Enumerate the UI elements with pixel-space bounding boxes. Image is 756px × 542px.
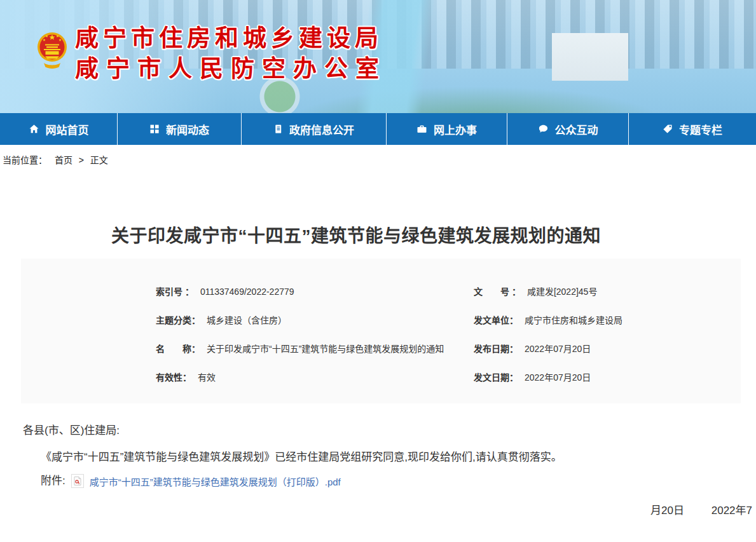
meta-row: 索引号 ： 011337469/2022-22779 文 号 ： 咸建发[202… [156, 285, 728, 298]
meta-value: 2022年07月20日 [525, 371, 591, 384]
nav-item-label: 新闻动态 [166, 121, 209, 137]
meta-label: 主题分类： [156, 314, 200, 327]
meta-row: 名 称： 关于印发咸宁市“十四五”建筑节能与绿色建筑发展规划的通知 发布日期： … [156, 342, 728, 355]
meta-label: 有效性： [156, 371, 191, 384]
tag-icon [663, 124, 673, 134]
nav-item-label: 政府信息公开 [289, 121, 354, 137]
meta-value: 有效 [198, 371, 216, 384]
meta-value: 咸宁市住房和城乡建设局 [525, 314, 622, 327]
meta-topic-category: 主题分类： 城乡建设（含住房） [156, 314, 474, 327]
site-title: 咸宁市住房和城乡建设局 咸宁市人民防空办公室 [75, 24, 387, 84]
nav-item-home[interactable]: 网站首页 [0, 113, 118, 145]
home-icon [29, 124, 39, 134]
meta-label: 文 号 ： [474, 285, 521, 298]
attachment-label: 附件: [41, 473, 65, 489]
breadcrumb-separator: > [79, 155, 84, 165]
date-line: 月20日 2022年7 [23, 501, 756, 517]
meta-issue-date: 发文日期： 2022年07月20日 [474, 371, 591, 384]
nav-item-label: 网站首页 [46, 121, 89, 137]
meta-value: 2022年07月20日 [525, 342, 591, 355]
nav-item-label: 网上办事 [434, 121, 477, 137]
briefcase-icon [416, 124, 427, 134]
attachment-link[interactable]: 咸宁市“十四五”建筑节能与绿色建筑发展规划（打印版）.pdf [90, 475, 341, 488]
breadcrumb-home-link[interactable]: 首页 [55, 155, 72, 165]
meta-publish-date: 发布日期： 2022年07月20日 [474, 342, 591, 355]
page-title: 关于印发咸宁市“十四五”建筑节能与绿色建筑发展规划的通知 [0, 224, 712, 248]
nav-item-special-topics[interactable]: 专题专栏 [629, 113, 756, 145]
breadcrumb: 当前位置： 首页 > 正文 [0, 145, 756, 172]
meta-label: 名 称： [156, 342, 200, 355]
nav-item-online-services[interactable]: 网上办事 [387, 113, 507, 145]
meta-issuing-unit: 发文单位： 咸宁市住房和城乡建设局 [474, 314, 622, 327]
meta-value: 011337469/2022-22779 [200, 285, 294, 298]
body-paragraph: 《咸宁市“十四五”建筑节能与绿色建筑发展规划》已经市住建局党组研究同意,现印发给… [41, 451, 756, 464]
org-title-line-2: 咸宁市人民防空办公室 [75, 55, 387, 84]
meta-value: 关于印发咸宁市“十四五”建筑节能与绿色建筑发展规划的通知 [207, 342, 444, 355]
date-part-2: 2022年7 [711, 505, 752, 517]
meta-doc-number: 文 号 ： 咸建发[2022]45号 [474, 285, 597, 298]
meta-label: 发文单位： [474, 314, 518, 327]
meta-label: 发文日期： [474, 371, 518, 384]
pdf-file-icon[interactable] [71, 474, 84, 488]
attachment-row: 附件: 咸宁市“十四五”建筑节能与绿色建筑发展规划（打印版）.pdf [41, 473, 756, 489]
nav-item-gov-info[interactable]: 政府信息公开 [242, 113, 387, 145]
document-body: 各县(市、区)住建局: 《咸宁市“十四五”建筑节能与绿色建筑发展规划》已经市住建… [23, 424, 756, 517]
date-part-1: 月20日 [650, 505, 684, 517]
page: 咸宁市住房和城乡建设局 咸宁市人民防空办公室 网站首页 新闻动态 政府信息公开 [0, 0, 756, 517]
article: 关于印发咸宁市“十四五”建筑节能与绿色建筑发展规划的通知 索引号 ： 01133… [0, 224, 756, 517]
nav-item-public-interaction[interactable]: 公众互动 [507, 113, 629, 145]
grid-icon [149, 124, 160, 134]
meta-index-number: 索引号 ： 011337469/2022-22779 [156, 285, 474, 298]
nav-item-label: 专题专栏 [679, 121, 722, 137]
org-title-line-1: 咸宁市住房和城乡建设局 [75, 24, 387, 53]
meta-validity: 有效性： 有效 [156, 371, 474, 384]
breadcrumb-current: 正文 [90, 155, 108, 165]
national-emblem-icon [37, 30, 67, 72]
salutation: 各县(市、区)住建局: [23, 424, 756, 438]
meta-value: 咸建发[2022]45号 [527, 285, 598, 298]
meta-label: 发布日期： [474, 342, 518, 355]
nav-item-label: 公众互动 [555, 121, 598, 137]
site-header: 咸宁市住房和城乡建设局 咸宁市人民防空办公室 [0, 0, 756, 113]
breadcrumb-label: 当前位置： [3, 155, 47, 165]
chat-icon [538, 124, 549, 134]
meta-label: 索引号 ： [156, 285, 194, 298]
meta-row: 有效性： 有效 发文日期： 2022年07月20日 [156, 371, 728, 384]
main-nav: 网站首页 新闻动态 政府信息公开 网上办事 公众互动 [0, 113, 756, 145]
meta-value: 城乡建设（含住房） [207, 314, 287, 327]
document-icon [273, 124, 283, 134]
meta-doc-name: 名 称： 关于印发咸宁市“十四五”建筑节能与绿色建筑发展规划的通知 [156, 342, 474, 355]
document-meta-panel: 索引号 ： 011337469/2022-22779 文 号 ： 咸建发[202… [21, 259, 741, 403]
meta-row: 主题分类： 城乡建设（含住房） 发文单位： 咸宁市住房和城乡建设局 [156, 314, 728, 327]
nav-item-news[interactable]: 新闻动态 [118, 113, 242, 145]
